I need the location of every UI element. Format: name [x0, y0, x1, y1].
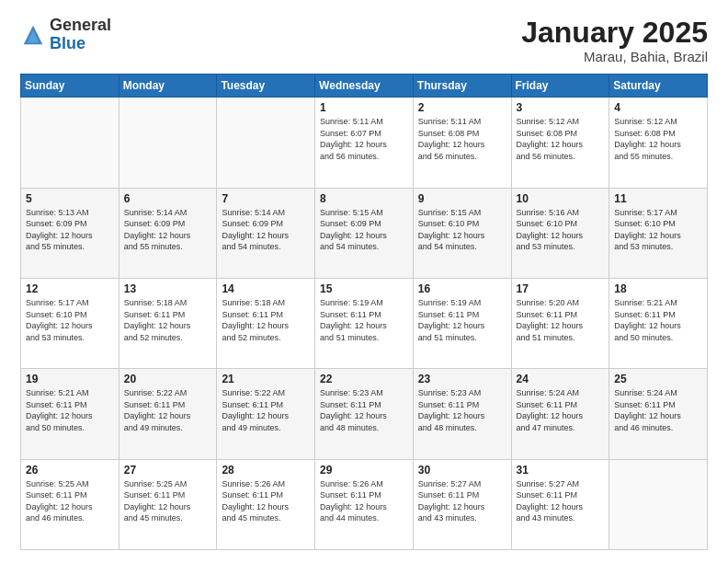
day-info: Sunrise: 5:24 AM Sunset: 6:11 PM Dayligh…	[614, 387, 702, 433]
day-cell: 31Sunrise: 5:27 AM Sunset: 6:11 PM Dayli…	[511, 459, 609, 549]
day-info: Sunrise: 5:16 AM Sunset: 6:10 PM Dayligh…	[517, 207, 605, 253]
day-number: 5	[26, 192, 114, 205]
day-info: Sunrise: 5:11 AM Sunset: 6:08 PM Dayligh…	[418, 116, 506, 162]
day-info: Sunrise: 5:23 AM Sunset: 6:11 PM Dayligh…	[320, 387, 408, 433]
day-number: 8	[320, 192, 408, 205]
week-row-5: 26Sunrise: 5:25 AM Sunset: 6:11 PM Dayli…	[21, 459, 708, 549]
day-info: Sunrise: 5:18 AM Sunset: 6:11 PM Dayligh…	[124, 297, 212, 343]
day-info: Sunrise: 5:25 AM Sunset: 6:11 PM Dayligh…	[26, 478, 114, 524]
day-number: 13	[124, 282, 212, 295]
day-cell	[21, 98, 119, 188]
day-info: Sunrise: 5:22 AM Sunset: 6:11 PM Dayligh…	[222, 387, 310, 433]
day-number: 23	[418, 373, 506, 385]
calendar-table: SundayMondayTuesdayWednesdayThursdayFrid…	[20, 74, 708, 550]
day-cell: 5Sunrise: 5:13 AM Sunset: 6:09 PM Daylig…	[21, 188, 119, 278]
calendar-title: January 2025	[521, 17, 708, 49]
day-number: 16	[418, 282, 506, 295]
day-number: 29	[320, 464, 408, 477]
day-cell: 18Sunrise: 5:21 AM Sunset: 6:11 PM Dayli…	[609, 278, 708, 368]
day-info: Sunrise: 5:15 AM Sunset: 6:10 PM Dayligh…	[418, 207, 506, 253]
day-info: Sunrise: 5:12 AM Sunset: 6:08 PM Dayligh…	[614, 116, 702, 162]
week-row-1: 1Sunrise: 5:11 AM Sunset: 6:07 PM Daylig…	[21, 98, 708, 188]
logo-general: General	[50, 16, 111, 34]
day-number: 1	[320, 101, 408, 114]
day-info: Sunrise: 5:23 AM Sunset: 6:11 PM Dayligh…	[418, 387, 506, 433]
day-number: 19	[26, 373, 114, 385]
day-cell: 21Sunrise: 5:22 AM Sunset: 6:11 PM Dayli…	[217, 369, 315, 459]
day-info: Sunrise: 5:19 AM Sunset: 6:11 PM Dayligh…	[418, 297, 506, 343]
day-info: Sunrise: 5:24 AM Sunset: 6:11 PM Dayligh…	[517, 387, 605, 433]
weekday-header-friday: Friday	[511, 75, 609, 98]
day-info: Sunrise: 5:21 AM Sunset: 6:11 PM Dayligh…	[26, 387, 114, 433]
day-cell: 9Sunrise: 5:15 AM Sunset: 6:10 PM Daylig…	[413, 188, 511, 278]
day-cell: 3Sunrise: 5:12 AM Sunset: 6:08 PM Daylig…	[511, 98, 609, 188]
calendar-body: 1Sunrise: 5:11 AM Sunset: 6:07 PM Daylig…	[21, 98, 708, 550]
day-number: 17	[517, 282, 605, 295]
calendar-subtitle: Marau, Bahia, Brazil	[521, 49, 708, 64]
weekday-row: SundayMondayTuesdayWednesdayThursdayFrid…	[21, 75, 708, 98]
day-cell: 6Sunrise: 5:14 AM Sunset: 6:09 PM Daylig…	[119, 188, 217, 278]
day-number: 11	[614, 192, 702, 205]
day-info: Sunrise: 5:13 AM Sunset: 6:09 PM Dayligh…	[26, 207, 114, 253]
day-number: 27	[124, 464, 212, 477]
day-info: Sunrise: 5:14 AM Sunset: 6:09 PM Dayligh…	[124, 207, 212, 253]
day-number: 25	[614, 373, 702, 385]
day-cell: 29Sunrise: 5:26 AM Sunset: 6:11 PM Dayli…	[315, 459, 414, 549]
day-info: Sunrise: 5:14 AM Sunset: 6:09 PM Dayligh…	[222, 207, 310, 253]
day-cell: 16Sunrise: 5:19 AM Sunset: 6:11 PM Dayli…	[413, 278, 511, 368]
day-cell: 26Sunrise: 5:25 AM Sunset: 6:11 PM Dayli…	[21, 459, 119, 549]
weekday-header-saturday: Saturday	[609, 75, 708, 98]
day-cell: 8Sunrise: 5:15 AM Sunset: 6:09 PM Daylig…	[315, 188, 414, 278]
weekday-header-thursday: Thursday	[413, 75, 511, 98]
day-number: 22	[320, 373, 408, 385]
day-info: Sunrise: 5:27 AM Sunset: 6:11 PM Dayligh…	[517, 478, 605, 524]
weekday-header-sunday: Sunday	[21, 75, 119, 98]
weekday-header-tuesday: Tuesday	[217, 75, 315, 98]
day-info: Sunrise: 5:18 AM Sunset: 6:11 PM Dayligh…	[222, 297, 310, 343]
title-block: January 2025 Marau, Bahia, Brazil	[521, 17, 708, 64]
day-number: 14	[222, 282, 310, 295]
day-cell	[119, 98, 217, 188]
day-info: Sunrise: 5:11 AM Sunset: 6:07 PM Dayligh…	[320, 116, 408, 162]
day-cell: 25Sunrise: 5:24 AM Sunset: 6:11 PM Dayli…	[609, 369, 708, 459]
logo-icon	[20, 22, 46, 48]
day-cell: 20Sunrise: 5:22 AM Sunset: 6:11 PM Dayli…	[119, 369, 217, 459]
day-info: Sunrise: 5:26 AM Sunset: 6:11 PM Dayligh…	[222, 478, 310, 524]
day-cell	[609, 459, 708, 549]
day-cell: 27Sunrise: 5:25 AM Sunset: 6:11 PM Dayli…	[119, 459, 217, 549]
week-row-4: 19Sunrise: 5:21 AM Sunset: 6:11 PM Dayli…	[21, 369, 708, 459]
day-info: Sunrise: 5:22 AM Sunset: 6:11 PM Dayligh…	[124, 387, 212, 433]
day-cell: 17Sunrise: 5:20 AM Sunset: 6:11 PM Dayli…	[511, 278, 609, 368]
day-number: 7	[222, 192, 310, 205]
day-info: Sunrise: 5:25 AM Sunset: 6:11 PM Dayligh…	[124, 478, 212, 524]
day-info: Sunrise: 5:17 AM Sunset: 6:10 PM Dayligh…	[614, 207, 702, 253]
day-number: 6	[124, 192, 212, 205]
day-number: 24	[517, 373, 605, 385]
day-number: 9	[418, 192, 506, 205]
day-number: 10	[517, 192, 605, 205]
day-number: 15	[320, 282, 408, 295]
day-info: Sunrise: 5:12 AM Sunset: 6:08 PM Dayligh…	[517, 116, 605, 162]
day-cell: 15Sunrise: 5:19 AM Sunset: 6:11 PM Dayli…	[315, 278, 414, 368]
day-number: 21	[222, 373, 310, 385]
day-info: Sunrise: 5:26 AM Sunset: 6:11 PM Dayligh…	[320, 478, 408, 524]
logo: General Blue	[20, 17, 111, 53]
week-row-3: 12Sunrise: 5:17 AM Sunset: 6:10 PM Dayli…	[21, 278, 708, 368]
weekday-header-monday: Monday	[119, 75, 217, 98]
day-cell: 1Sunrise: 5:11 AM Sunset: 6:07 PM Daylig…	[315, 98, 414, 188]
day-cell: 23Sunrise: 5:23 AM Sunset: 6:11 PM Dayli…	[413, 369, 511, 459]
day-cell: 19Sunrise: 5:21 AM Sunset: 6:11 PM Dayli…	[21, 369, 119, 459]
day-cell	[217, 98, 315, 188]
day-cell: 28Sunrise: 5:26 AM Sunset: 6:11 PM Dayli…	[217, 459, 315, 549]
day-cell: 12Sunrise: 5:17 AM Sunset: 6:10 PM Dayli…	[21, 278, 119, 368]
logo-blue: Blue	[50, 34, 85, 52]
day-number: 4	[614, 101, 702, 114]
day-cell: 4Sunrise: 5:12 AM Sunset: 6:08 PM Daylig…	[609, 98, 708, 188]
page: General Blue January 2025 Marau, Bahia, …	[0, 0, 728, 563]
day-cell: 22Sunrise: 5:23 AM Sunset: 6:11 PM Dayli…	[315, 369, 414, 459]
day-info: Sunrise: 5:27 AM Sunset: 6:11 PM Dayligh…	[418, 478, 506, 524]
day-info: Sunrise: 5:20 AM Sunset: 6:11 PM Dayligh…	[517, 297, 605, 343]
day-cell: 10Sunrise: 5:16 AM Sunset: 6:10 PM Dayli…	[511, 188, 609, 278]
calendar-header: SundayMondayTuesdayWednesdayThursdayFrid…	[21, 75, 708, 98]
day-info: Sunrise: 5:17 AM Sunset: 6:10 PM Dayligh…	[26, 297, 114, 343]
